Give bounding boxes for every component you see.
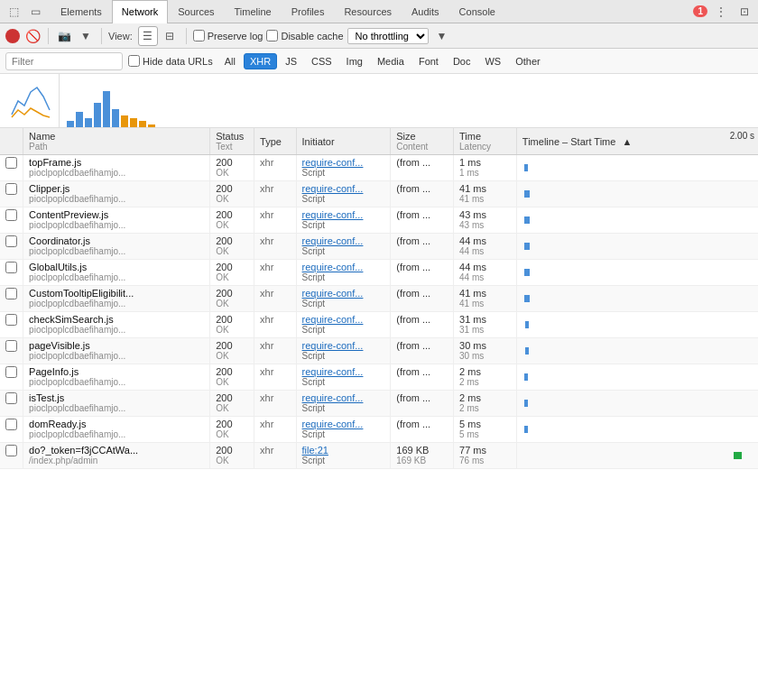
tab-resources[interactable]: Resources [334, 0, 402, 23]
filter-doc[interactable]: Doc [447, 53, 477, 69]
row-checkbox[interactable] [5, 288, 17, 299]
col-header-type[interactable]: Type [254, 128, 297, 155]
tab-elements[interactable]: Elements [51, 0, 112, 23]
row-checkbox[interactable] [5, 262, 17, 273]
filter-img[interactable]: Img [340, 53, 369, 69]
col-header-name[interactable]: Name Path [23, 128, 210, 155]
table-row[interactable]: domReady.jspioclpoplcdbaefihamjo...200OK… [0, 417, 758, 443]
cell-initiator-link[interactable]: require-conf... [302, 392, 385, 403]
cell-status-text: OK [216, 377, 248, 387]
table-row[interactable]: checkSimSearch.jspioclpoplcdbaefihamjo..… [0, 312, 758, 338]
graph-bar [85, 118, 92, 127]
row-checkbox[interactable] [5, 445, 17, 456]
camera-button[interactable]: 📷 [55, 27, 73, 45]
cell-status: 200 [216, 235, 248, 246]
cell-size: (from ... [396, 235, 448, 246]
col-header-size[interactable]: Size Content [391, 128, 454, 155]
undock-icon[interactable]: ⊡ [735, 2, 754, 22]
table-row[interactable]: GlobalUtils.jspioclpoplcdbaefihamjo...20… [0, 260, 758, 286]
filter-all[interactable]: All [218, 53, 242, 69]
cell-initiator-link[interactable]: require-conf... [302, 340, 385, 351]
row-checkbox[interactable] [5, 235, 17, 247]
preserve-log-label[interactable]: Preserve log [193, 30, 263, 41]
more-options-icon[interactable]: ⋮ [711, 2, 731, 22]
cell-type: xhr [260, 235, 291, 246]
filter-input[interactable] [5, 52, 123, 70]
col-header-initiator[interactable]: Initiator [296, 128, 391, 155]
cell-type: xhr [260, 314, 291, 325]
tab-console[interactable]: Console [449, 0, 505, 23]
list-view-icon[interactable]: ☰ [138, 26, 158, 46]
filter-css[interactable]: CSS [305, 53, 338, 69]
filter-other[interactable]: Other [509, 53, 547, 69]
filter-button[interactable]: ▼ [77, 27, 95, 45]
cell-initiator-sub: Script [302, 246, 385, 256]
disable-cache-label[interactable]: Disable cache [266, 30, 343, 41]
table-row[interactable]: Clipper.jspioclpoplcdbaefihamjo...200OKx… [0, 181, 758, 207]
tab-sources[interactable]: Sources [168, 0, 224, 23]
table-row[interactable]: isTest.jspioclpoplcdbaefihamjo...200OKxh… [0, 391, 758, 417]
cell-initiator-sub: Script [302, 299, 385, 309]
cell-initiator-link[interactable]: file:21 [302, 445, 385, 456]
table-row[interactable]: Coordinator.jspioclpoplcdbaefihamjo...20… [0, 234, 758, 260]
cell-initiator-link[interactable]: require-conf... [302, 262, 385, 272]
toolbar-separator-3 [186, 28, 187, 44]
cell-initiator-link[interactable]: require-conf... [302, 314, 385, 325]
filter-ws[interactable]: WS [478, 53, 507, 69]
col-header-timeline[interactable]: Timeline – Start Time ▲ 2.00 s [516, 128, 758, 155]
col-header-time[interactable]: Time Latency [454, 128, 517, 155]
tab-audits[interactable]: Audits [402, 0, 449, 23]
table-row[interactable]: ContentPreview.jspioclpoplcdbaefihamjo..… [0, 207, 758, 234]
cell-initiator-link[interactable]: require-conf... [302, 209, 385, 220]
cell-size: (from ... [396, 419, 448, 429]
cell-initiator-link[interactable]: require-conf... [302, 235, 385, 246]
cell-timeline [516, 181, 758, 207]
row-checkbox[interactable] [5, 419, 17, 430]
row-checkbox[interactable] [5, 392, 17, 404]
row-checkbox[interactable] [5, 366, 17, 378]
throttle-select[interactable]: No throttling [347, 28, 429, 44]
table-row[interactable]: pageVisible.jspioclpoplcdbaefihamjo...20… [0, 338, 758, 364]
throttle-dropdown-icon[interactable]: ▼ [432, 26, 452, 46]
row-checkbox[interactable] [5, 157, 17, 169]
cell-size: 169 KB [396, 445, 448, 456]
cell-initiator-link[interactable]: require-conf... [302, 157, 385, 168]
cell-initiator-sub: Script [302, 351, 385, 361]
row-checkbox[interactable] [5, 314, 17, 326]
cell-time-sub: 2 ms [459, 403, 511, 413]
tree-view-icon[interactable]: ⊟ [160, 26, 180, 46]
col-header-status[interactable]: Status Text [210, 128, 254, 155]
hide-data-urls-label[interactable]: Hide data URLs [128, 55, 213, 67]
filter-font[interactable]: Font [412, 53, 445, 69]
cell-path: pioclpoplcdbaefihamjo... [29, 246, 204, 256]
table-row[interactable]: do?_token=f3jCCAtWa.../index.php/admin20… [0, 443, 758, 469]
cell-initiator-sub: Script [302, 194, 385, 204]
table-row[interactable]: PageInfo.jspioclpoplcdbaefihamjo...200OK… [0, 364, 758, 391]
row-checkbox[interactable] [5, 340, 17, 352]
disable-cache-checkbox[interactable] [266, 30, 278, 41]
table-body-wrapper[interactable]: topFrame.jspioclpoplcdbaefihamjo...200OK… [0, 155, 758, 700]
filter-media[interactable]: Media [371, 53, 411, 69]
cell-timeline [516, 286, 758, 312]
tab-network[interactable]: Network [112, 0, 168, 23]
table-row[interactable]: topFrame.jspioclpoplcdbaefihamjo...200OK… [0, 155, 758, 181]
filter-xhr[interactable]: XHR [244, 53, 277, 69]
hide-data-urls-checkbox[interactable] [128, 55, 140, 67]
filter-js[interactable]: JS [279, 53, 303, 69]
tab-timeline[interactable]: Timeline [225, 0, 282, 23]
preserve-log-checkbox[interactable] [193, 30, 205, 41]
record-button[interactable] [5, 29, 20, 43]
cell-initiator-link[interactable]: require-conf... [302, 366, 385, 377]
graph-bar [76, 112, 83, 127]
tab-profiles[interactable]: Profiles [282, 0, 335, 23]
cell-name: isTest.js [29, 392, 204, 403]
cell-initiator-link[interactable]: require-conf... [302, 183, 385, 194]
row-checkbox[interactable] [5, 183, 17, 195]
cell-initiator-link[interactable]: require-conf... [302, 419, 385, 429]
device-icon[interactable]: ▭ [25, 2, 45, 22]
cell-initiator-link[interactable]: require-conf... [302, 288, 385, 299]
row-checkbox[interactable] [5, 209, 17, 221]
inspect-icon[interactable]: ⬚ [4, 2, 23, 22]
clear-button[interactable]: 🚫 [23, 27, 42, 45]
table-row[interactable]: CustomTooltipEligibilit...pioclpoplcdbae… [0, 286, 758, 312]
